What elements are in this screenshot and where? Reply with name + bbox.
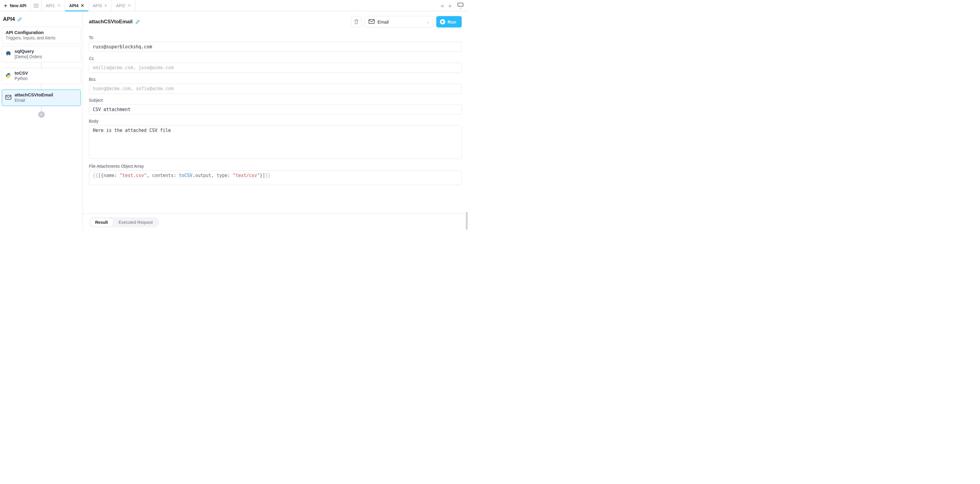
step-title: attachCSVtoEmail [14,92,53,97]
tab-api4[interactable]: API4 ✕ [65,0,89,11]
field-label: Bcc [89,77,462,82]
card-subtitle: Triggers, Inputs, and Alerts [6,35,77,40]
field-label: To [89,35,462,40]
rename-api-button[interactable] [17,17,22,22]
close-icon[interactable]: ✕ [128,3,131,8]
scrollbar-thumb[interactable] [466,212,468,230]
plus-icon: + [40,112,43,117]
api-name: API4 [3,16,15,22]
plus-icon: ＋ [3,3,8,8]
add-step-button[interactable]: + [38,111,45,118]
field-label: Body [89,119,462,124]
mail-icon [369,19,375,25]
tab-nav-prev[interactable]: ◀ [440,3,444,8]
output-tab-result[interactable]: Result [90,218,113,226]
to-input[interactable] [89,42,462,52]
chevron-down-icon: ⌄ [426,20,430,24]
new-api-button[interactable]: ＋ New API [0,0,31,11]
step-toCSV[interactable]: toCSV Python [2,68,81,84]
step-connector [41,62,41,68]
file-attachments-code-input[interactable]: {{[{name: "test.csv", contents: toCSV.ou… [89,170,462,185]
python-icon [5,72,12,79]
step-editor-pane: attachCSVtoEmail Email ⌄ Run T [83,11,468,231]
integration-select-value: Email [377,19,389,24]
run-button[interactable]: Run [436,16,462,27]
field-bcc: Bcc [89,77,462,94]
step-sqlQuery[interactable]: sqlQuery [Demo] Orders [2,46,81,62]
step-subtitle: [Demo] Orders [14,54,42,59]
step-subtitle: Python [14,76,28,81]
new-api-label: New API [10,3,27,8]
step-title: sqlQuery [14,49,42,54]
delete-step-button[interactable] [351,16,362,27]
steps-column: sqlQuery [Demo] Orders toCSV Python [2,46,81,118]
close-icon[interactable]: ✕ [81,3,84,8]
field-file-attachments: File Attachments Object Array {{[{name: … [89,164,462,185]
api-configuration-card[interactable]: API Configuration Triggers, Inputs, and … [2,27,81,43]
tab-label: API1 [46,3,55,8]
output-tab-switch: Result Executed Request [89,217,159,228]
bcc-input[interactable] [89,84,462,94]
field-label: Subject [89,98,462,103]
field-label: File Attachments Object Array [89,164,462,169]
step-subtitle: Email [14,98,53,103]
menu-icon [34,4,38,8]
postgres-icon [5,51,12,57]
tab-api1[interactable]: API1 ✕ [42,0,65,11]
output-tab-executed-request[interactable]: Executed Request [113,218,158,226]
preview-toggle[interactable]: ⌄ [458,3,463,9]
api-list-menu-button[interactable] [31,0,42,11]
api-name-row: API4 [2,16,81,27]
output-panel-header: Result Executed Request [83,213,468,231]
tab-label: API3 [93,3,102,8]
field-to: To [89,35,462,52]
step-connector [41,84,41,89]
tab-label: API2 [116,3,125,8]
chevron-down-icon: ⌄ [459,7,462,9]
close-icon[interactable]: ✕ [104,3,107,8]
close-icon[interactable]: ✕ [57,3,60,8]
tab-label: API4 [69,3,78,8]
open-tabs: API1 ✕ API4 ✕ API3 ✕ API2 ✕ [42,0,135,11]
pencil-icon [135,19,140,24]
step-connector [41,106,41,111]
card-title: API Configuration [6,30,77,35]
cc-input[interactable] [89,63,462,73]
api-structure-sidebar: API4 API Configuration Triggers, Inputs,… [0,11,83,231]
tab-strip: ＋ New API API1 ✕ API4 ✕ API3 ✕ API2 ✕ ◀ … [0,0,468,11]
subject-input[interactable] [89,104,462,115]
trash-icon [354,19,359,24]
field-body: Body [89,119,462,160]
step-editor-title: attachCSVtoEmail [89,19,132,25]
integration-select[interactable]: Email ⌄ [365,16,433,27]
pencil-icon [17,17,22,22]
step-form: To Cc Bcc Subject Body File Attachments [83,30,468,213]
tab-api3[interactable]: API3 ✕ [89,0,112,11]
play-icon [440,19,445,24]
field-cc: Cc [89,56,462,73]
tab-api2[interactable]: API2 ✕ [112,0,135,11]
mail-icon [5,94,12,100]
field-label: Cc [89,56,462,61]
step-attachCSVtoEmail[interactable]: attachCSVtoEmail Email [2,89,81,106]
step-title: toCSV [14,70,28,75]
run-button-label: Run [448,19,456,24]
step-editor-header: attachCSVtoEmail Email ⌄ Run [83,11,468,30]
rename-step-button[interactable] [135,19,140,24]
tab-nav-controls: ◀ ▶ ⌄ [436,0,468,11]
body-textarea[interactable] [89,125,462,159]
field-subject: Subject [89,98,462,115]
tab-nav-next[interactable]: ▶ [449,3,452,8]
